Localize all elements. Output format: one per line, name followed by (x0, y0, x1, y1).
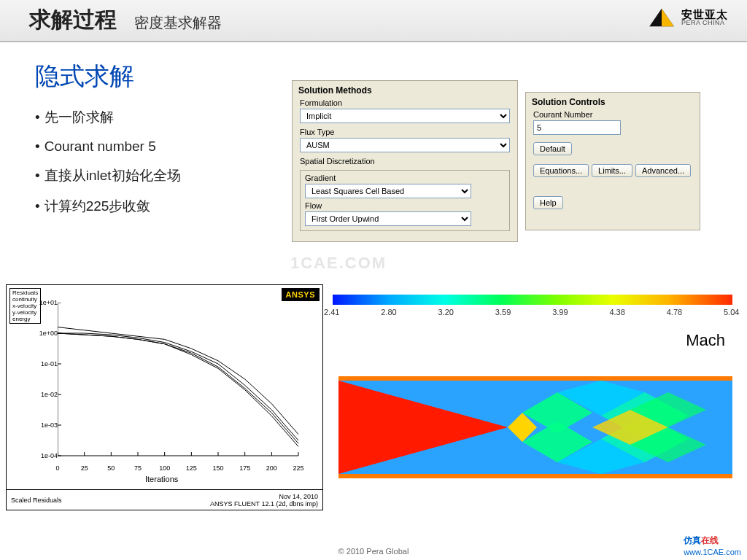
colorbar-tick: 3.59 (495, 308, 511, 316)
copyright: © 2010 Pera Global (0, 547, 747, 556)
mach-label: Mach (686, 331, 725, 350)
watermark-corner: 仿真在线 www.1CAE.com (684, 534, 741, 557)
x-axis-label: Iterations (145, 475, 178, 483)
courant-input[interactable] (533, 120, 621, 135)
spatial-fieldset: Gradient Least Squares Cell Based Flow F… (300, 170, 510, 231)
solution-methods-panel: Solution Methods Formulation Implicit Fl… (292, 80, 518, 242)
plot-footer: Scaled Residuals Nov 14, 2010ANSYS FLUEN… (7, 489, 322, 510)
flux-label: Flux Type (293, 126, 517, 138)
colorbar-tick: 5.04 (724, 308, 739, 316)
watermark-center: 1CAE.COM (290, 254, 387, 273)
logo-text-cn: 安世亚太 (681, 9, 728, 20)
logo-text-en: PERA CHINA (681, 20, 728, 26)
colorbar-tick: 4.38 (609, 308, 624, 316)
flux-select[interactable]: AUSM (300, 138, 510, 152)
svg-marker-1 (662, 9, 674, 26)
logo-triangle-icon (648, 7, 676, 28)
flow-label: Flow (305, 201, 505, 211)
mach-contour-plot: Mach 2.412.803.203.593.994.384.785.04 (327, 284, 738, 510)
colorbar-tick: 3.99 (552, 308, 568, 316)
page-subtitle: 密度基求解器 (134, 13, 222, 35)
page-title: 求解过程 (29, 5, 117, 35)
colorbar-tick: 2.41 (324, 308, 339, 316)
gradient-label: Gradient (305, 174, 505, 184)
residual-plot: Residuals continuity x-velocity y-veloci… (6, 284, 323, 510)
ansys-logo: ANSYS (282, 288, 320, 301)
advanced-button[interactable]: Advanced... (635, 164, 691, 177)
formulation-select[interactable]: Implicit (300, 109, 510, 123)
header: 求解过程 密度基求解器 (0, 0, 747, 42)
colorbar (333, 295, 732, 305)
colorbar-tick: 4.78 (667, 308, 682, 316)
limits-button[interactable]: Limits... (592, 164, 632, 177)
equations-button[interactable]: Equations... (533, 164, 589, 177)
panel-title: Solution Methods (293, 81, 517, 97)
panel-title: Solution Controls (526, 93, 700, 109)
svg-rect-22 (338, 474, 732, 478)
help-button[interactable]: Help (533, 196, 563, 209)
spatial-label: Spatial Discretization (293, 155, 517, 167)
colorbar-tick: 2.80 (381, 308, 396, 316)
brand-logo: 安世亚太 PERA CHINA (648, 7, 728, 28)
courant-label: Courant Number (526, 109, 700, 120)
residual-chart-svg (58, 303, 306, 463)
svg-rect-21 (338, 376, 732, 381)
gradient-select[interactable]: Least Squares Cell Based (305, 184, 471, 198)
flow-select[interactable]: First Order Upwind (305, 211, 471, 226)
footer-left: Scaled Residuals (11, 497, 62, 504)
formulation-label: Formulation (293, 97, 517, 109)
solution-controls-panel: Solution Controls Courant Number Default… (525, 92, 700, 230)
colorbar-tick: 3.20 (438, 308, 454, 316)
default-button[interactable]: Default (533, 142, 572, 155)
flow-field-svg (338, 376, 732, 478)
